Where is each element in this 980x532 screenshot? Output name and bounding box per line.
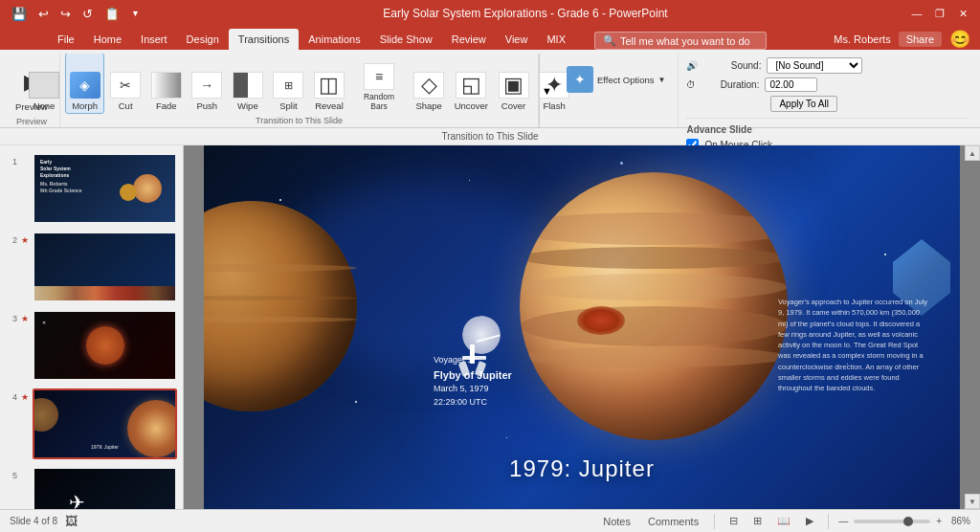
transitions-items: None ◈ Morph ✂ Cut Fade → Push Wipe	[25, 54, 574, 114]
statusbar-right: Notes Comments ⊟ ⊞ 📖 ▶ — + 86%	[597, 513, 970, 529]
maximize-button[interactable]: ❐	[930, 4, 949, 23]
user-area: Ms. Roberts Share 😊	[824, 29, 980, 50]
canvas-area[interactable]: ▲ ▼	[184, 145, 980, 509]
slide-thumb-1[interactable]: 1 EarlySolar SystemExplorations Ms. Robe…	[4, 151, 179, 226]
date-label: March 5, 1979	[434, 383, 512, 396]
shape-icon: ◇	[413, 72, 444, 99]
transition-wipe[interactable]: Wipe	[229, 54, 268, 114]
comments-button[interactable]: Comments	[642, 514, 704, 529]
ribbon-content: ▶ Preview Preview None ◈ Morph ✂ Cut Fad…	[0, 50, 980, 128]
transition-push[interactable]: → Push	[188, 54, 227, 114]
left-planet	[204, 201, 357, 411]
slide-layout-icon: 🖼	[65, 514, 78, 528]
zoom-slider[interactable]	[854, 520, 930, 523]
none-icon	[29, 72, 59, 99]
slide-thumbnail-1[interactable]: EarlySolar SystemExplorations Ms. Robert…	[33, 153, 177, 224]
duration-label: Duration:	[702, 79, 759, 90]
tab-animations[interactable]: Animations	[299, 29, 369, 50]
slide-bottom-title: 1979: Jupiter	[509, 455, 655, 482]
zoom-in-button[interactable]: +	[936, 516, 942, 526]
great-red-spot	[577, 306, 625, 335]
slide-thumbnail-2[interactable]	[33, 232, 177, 302]
description-text: Voyager's approach to Jupiter occurred o…	[778, 297, 931, 393]
clipboard-icon[interactable]: 📋	[100, 5, 123, 23]
repeat-icon[interactable]: ↺	[78, 5, 97, 23]
slide-thumb-4[interactable]: 4 ★ 1979: Jupiter	[4, 387, 179, 461]
voyager-text: Voyager 1 Flyby of Jupiter March 5, 1979…	[434, 354, 512, 409]
zoom-out-button[interactable]: —	[838, 516, 848, 526]
slide-canvas: Voyager 1 Flyby of Jupiter March 5, 1979…	[204, 145, 960, 509]
user-name: Ms. Roberts	[834, 33, 890, 45]
slide-sorter-button[interactable]: ⊞	[748, 513, 767, 529]
timing-advance-row: Advance Slide	[686, 124, 969, 135]
slide-thumbnail-4[interactable]: 1979: Jupiter	[33, 388, 177, 459]
quick-access-toolbar[interactable]: 💾 ↩ ↪ ↺ 📋 ▼	[8, 5, 144, 23]
wipe-icon	[233, 72, 263, 99]
dropdown-arrow-icon[interactable]: ▼	[127, 7, 144, 20]
time-label: 22:29:00 UTC	[434, 396, 512, 410]
star-bright	[620, 162, 623, 165]
tab-design[interactable]: Design	[177, 29, 229, 50]
save-icon[interactable]: 💾	[8, 5, 31, 23]
slideshow-button[interactable]: ▶	[801, 513, 818, 529]
effect-options-group-label	[560, 120, 672, 123]
slide-thumb-3[interactable]: 3 ★ ✕	[4, 308, 179, 383]
scroll-up-arrow[interactable]: ▲	[965, 145, 980, 161]
slide-thumb-2[interactable]: 2 ★	[4, 230, 179, 304]
transition-shape[interactable]: ◇ Shape	[410, 54, 449, 114]
reading-view-button[interactable]: 📖	[772, 513, 795, 529]
uncover-icon: ◱	[456, 72, 486, 99]
transition-uncover[interactable]: ◱ Uncover	[450, 54, 492, 114]
transition-cover[interactable]: ▣ Cover	[494, 54, 533, 114]
tab-view[interactable]: View	[496, 29, 538, 50]
minimize-button[interactable]: —	[907, 4, 926, 23]
tab-transitions[interactable]: Transitions	[229, 29, 299, 50]
redo-icon[interactable]: ↪	[56, 5, 75, 23]
window-controls[interactable]: — ❐ ✕	[907, 4, 972, 23]
flyby-label: Flyby of Jupiter	[434, 367, 512, 384]
ribbon-scroll-button[interactable]: ▼	[539, 54, 554, 127]
transition-morph[interactable]: ◈ Morph	[65, 54, 104, 114]
tab-insert[interactable]: Insert	[131, 29, 177, 50]
statusbar-left: Slide 4 of 8 🖼	[10, 514, 78, 528]
split-icon: ⊞	[273, 72, 303, 99]
tab-mix[interactable]: MIX	[537, 29, 575, 50]
morph-icon: ◈	[70, 72, 100, 99]
transition-random-bars[interactable]: ≡ Random Bars	[350, 54, 408, 114]
timing-duration-row: ⏱ Duration:	[686, 78, 969, 92]
undo-icon[interactable]: ↩	[34, 5, 53, 23]
slide-thumbnail-3[interactable]: ✕	[33, 310, 177, 381]
main-area: 1 EarlySolar SystemExplorations Ms. Robe…	[0, 145, 980, 509]
transitions-group-label: Transition to This Slide	[256, 114, 343, 127]
cover-icon: ▣	[499, 72, 529, 99]
ribbon-group-timing: 🔊 Sound: [No Sound] ⏱ Duration: Apply To…	[679, 54, 976, 127]
close-button[interactable]: ✕	[953, 4, 972, 23]
slide-thumb-5[interactable]: 5 ✈	[4, 465, 179, 509]
slide-panel: 1 EarlySolar SystemExplorations Ms. Robe…	[0, 145, 184, 509]
apply-to-all-button[interactable]: Apply To All	[770, 96, 837, 112]
tab-home[interactable]: Home	[84, 29, 131, 50]
effect-options-button[interactable]: ✦ Effect Options ▼	[560, 61, 672, 98]
scroll-down-arrow[interactable]: ▼	[965, 494, 980, 509]
tab-review[interactable]: Review	[442, 29, 496, 50]
timing-apply-row: Apply To All	[686, 96, 969, 112]
notes-button[interactable]: Notes	[597, 514, 636, 529]
transition-cut[interactable]: ✂ Cut	[106, 54, 145, 114]
status-bar: Slide 4 of 8 🖼 Notes Comments ⊟ ⊞ 📖 ▶ — …	[0, 509, 980, 532]
transition-split[interactable]: ⊞ Split	[269, 54, 308, 114]
star-1	[279, 199, 281, 201]
tab-file[interactable]: File	[48, 29, 84, 50]
transition-fade[interactable]: Fade	[146, 54, 186, 114]
transition-reveal[interactable]: ◫ Reveal	[310, 54, 349, 114]
tab-slideshow[interactable]: Slide Show	[370, 29, 442, 50]
window-title: Early Solar System Explorations - Grade …	[144, 7, 907, 20]
sound-select[interactable]: [No Sound]	[767, 57, 862, 74]
search-box[interactable]: 🔍 Tell me what you want to do	[594, 32, 767, 50]
normal-view-button[interactable]: ⊟	[724, 513, 743, 529]
duration-input[interactable]	[765, 78, 817, 92]
share-button[interactable]: Share	[899, 32, 942, 47]
random-bars-icon: ≡	[364, 63, 394, 90]
slide-thumbnail-5[interactable]: ✈	[33, 467, 177, 509]
transition-none[interactable]: None	[25, 54, 64, 114]
zoom-level[interactable]: 86%	[951, 516, 970, 526]
